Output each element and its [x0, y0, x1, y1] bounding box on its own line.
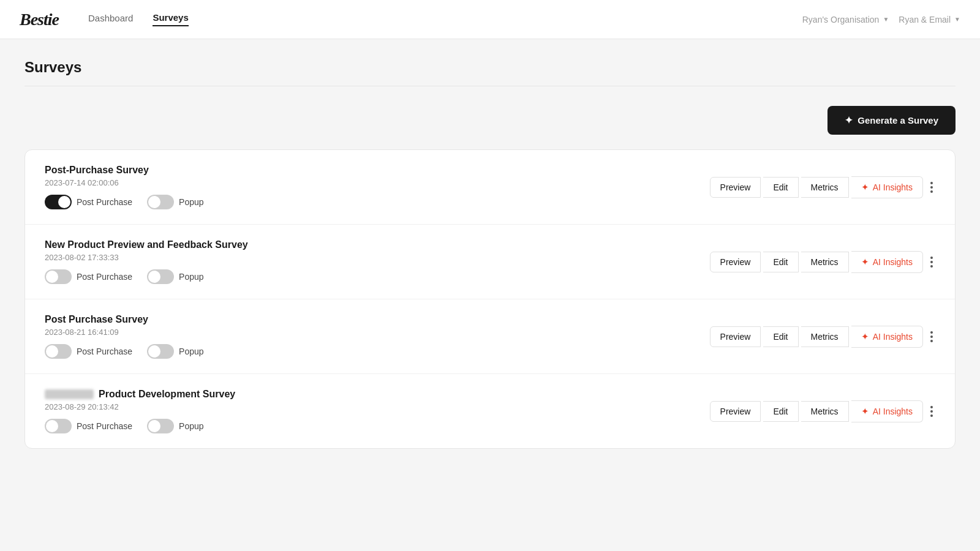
post-purchase-label: Post Purchase [77, 421, 132, 431]
more-options-button[interactable] [928, 177, 935, 198]
edit-button[interactable]: Edit [763, 252, 798, 272]
header: Bestie Dashboard Surveys Ryan's Organisa… [0, 0, 980, 39]
metrics-button[interactable]: Metrics [801, 177, 849, 198]
toolbar: ✦ Generate a Survey [24, 106, 956, 135]
header-right: Ryan's Organisation ▼ Ryan & Email ▼ [802, 15, 960, 24]
popup-toggle[interactable] [147, 269, 174, 284]
metrics-button[interactable]: Metrics [801, 401, 849, 422]
ai-star-icon: ✦ [861, 182, 869, 193]
preview-button[interactable]: Preview [710, 401, 761, 422]
org-label: Ryan's Organisation [802, 15, 880, 24]
more-dot-icon [930, 414, 933, 417]
survey-name: Post-Purchase Survey [45, 165, 710, 176]
survey-actions: PreviewEditMetrics✦AI Insights [710, 326, 935, 348]
page-title: Surveys [24, 59, 956, 76]
post-purchase-toggle-group: Post Purchase [45, 344, 132, 359]
popup-toggle[interactable] [147, 419, 174, 433]
more-dot-icon [930, 261, 933, 263]
ai-insights-button[interactable]: ✦AI Insights [851, 326, 923, 348]
sparkle-icon: ✦ [845, 114, 853, 126]
survey-item: New Product Preview and Feedback Survey2… [25, 225, 955, 299]
nav-surveys[interactable]: Surveys [153, 12, 188, 26]
user-label: Ryan & Email [899, 15, 951, 24]
post-purchase-label: Post Purchase [77, 272, 132, 282]
ai-insights-label: AI Insights [873, 182, 913, 192]
post-purchase-label: Post Purchase [77, 347, 132, 356]
post-purchase-toggle[interactable] [45, 195, 72, 209]
popup-toggle[interactable] [147, 344, 174, 359]
survey-actions: PreviewEditMetrics✦AI Insights [710, 176, 935, 198]
more-dot-icon [930, 257, 933, 259]
ai-insights-label: AI Insights [873, 257, 913, 267]
more-options-button[interactable] [928, 252, 935, 272]
survey-list: Post-Purchase Survey2023-07-14 02:00:06P… [24, 149, 956, 449]
more-dot-icon [930, 335, 933, 338]
survey-name: Product Development Survey [45, 389, 710, 400]
nav-dashboard[interactable]: Dashboard [88, 13, 133, 26]
user-chevron-icon: ▼ [954, 16, 960, 23]
more-dot-icon [930, 410, 933, 413]
popup-toggle-group: Popup [147, 195, 203, 209]
popup-toggle-group: Popup [147, 269, 203, 284]
more-dot-icon [930, 406, 933, 408]
popup-label: Popup [179, 197, 203, 207]
more-dot-icon [930, 186, 933, 189]
survey-actions: PreviewEditMetrics✦AI Insights [710, 251, 935, 273]
post-purchase-toggle-group: Post Purchase [45, 195, 132, 209]
more-dot-icon [930, 190, 933, 193]
ai-star-icon: ✦ [861, 406, 869, 417]
post-purchase-toggle-group: Post Purchase [45, 269, 132, 284]
survey-toggles: Post PurchasePopup [45, 419, 710, 433]
popup-label: Popup [179, 272, 203, 282]
survey-info: New Product Preview and Feedback Survey2… [45, 239, 710, 284]
ai-star-icon: ✦ [861, 257, 869, 268]
survey-name: Post Purchase Survey [45, 314, 710, 325]
survey-toggles: Post PurchasePopup [45, 269, 710, 284]
survey-item: Post-Purchase Survey2023-07-14 02:00:06P… [25, 150, 955, 225]
more-dot-icon [930, 331, 933, 334]
ai-insights-label: AI Insights [873, 332, 913, 342]
generate-survey-button[interactable]: ✦ Generate a Survey [827, 106, 956, 135]
survey-date: 2023-08-02 17:33:33 [45, 253, 710, 262]
ai-insights-label: AI Insights [873, 407, 913, 416]
ai-insights-button[interactable]: ✦AI Insights [851, 176, 923, 198]
survey-toggles: Post PurchasePopup [45, 344, 710, 359]
post-purchase-toggle[interactable] [45, 344, 72, 359]
user-selector[interactable]: Ryan & Email ▼ [899, 15, 960, 24]
more-options-button[interactable] [928, 326, 935, 347]
preview-button[interactable]: Preview [710, 177, 761, 198]
blurred-prefix [45, 389, 94, 399]
post-purchase-toggle[interactable] [45, 269, 72, 284]
main-nav: Dashboard Surveys [88, 12, 189, 26]
preview-button[interactable]: Preview [710, 252, 761, 272]
popup-toggle[interactable] [147, 195, 174, 209]
metrics-button[interactable]: Metrics [801, 252, 849, 272]
ai-insights-button[interactable]: ✦AI Insights [851, 400, 923, 422]
edit-button[interactable]: Edit [763, 326, 798, 347]
survey-actions: PreviewEditMetrics✦AI Insights [710, 400, 935, 422]
survey-toggles: Post PurchasePopup [45, 195, 710, 209]
survey-name-text: Product Development Survey [99, 389, 235, 400]
divider [24, 86, 956, 86]
post-purchase-label: Post Purchase [77, 197, 132, 207]
post-purchase-toggle[interactable] [45, 419, 72, 433]
popup-label: Popup [179, 347, 203, 356]
edit-button[interactable]: Edit [763, 401, 798, 422]
more-dot-icon [930, 340, 933, 342]
metrics-button[interactable]: Metrics [801, 326, 849, 347]
survey-info: Product Development Survey2023-08-29 20:… [45, 389, 710, 433]
preview-button[interactable]: Preview [710, 326, 761, 347]
edit-button[interactable]: Edit [763, 177, 798, 198]
ai-star-icon: ✦ [861, 331, 869, 342]
org-chevron-icon: ▼ [883, 16, 889, 23]
survey-date: 2023-08-29 20:13:42 [45, 402, 710, 411]
more-options-button[interactable] [928, 401, 935, 422]
more-dot-icon [930, 182, 933, 184]
main-content: Surveys ✦ Generate a Survey Post-Purchas… [0, 39, 980, 468]
survey-name: New Product Preview and Feedback Survey [45, 239, 710, 250]
org-selector[interactable]: Ryan's Organisation ▼ [802, 15, 889, 24]
popup-toggle-group: Popup [147, 419, 203, 433]
post-purchase-toggle-group: Post Purchase [45, 419, 132, 433]
survey-info: Post Purchase Survey2023-08-21 16:41:09P… [45, 314, 710, 359]
ai-insights-button[interactable]: ✦AI Insights [851, 251, 923, 273]
